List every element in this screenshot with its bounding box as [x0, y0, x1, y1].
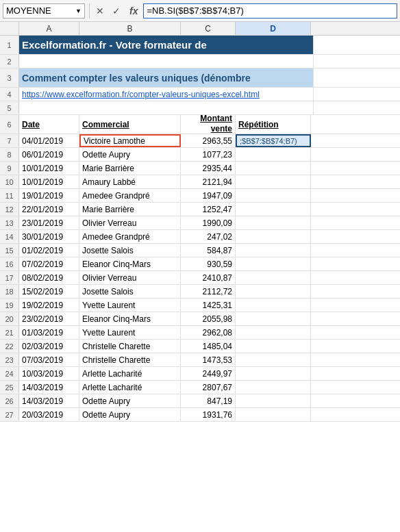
cell-date[interactable]: 10/01/2019 — [19, 175, 79, 188]
cell-repetition[interactable] — [236, 216, 311, 229]
cell-montant[interactable]: 2121,94 — [181, 175, 236, 188]
cell-date[interactable]: 07/02/2019 — [19, 257, 79, 270]
cell-date[interactable]: 19/02/2019 — [19, 299, 79, 312]
cell-repetition[interactable] — [236, 340, 311, 353]
cell-repetition[interactable] — [236, 203, 311, 216]
confirm-icon[interactable]: ✓ — [110, 4, 123, 18]
cell-commercial[interactable]: Marie Barrière — [79, 162, 181, 175]
cell-date[interactable]: 02/03/2019 — [19, 340, 79, 353]
cancel-icon[interactable]: ✕ — [94, 4, 106, 18]
cell-repetition-active[interactable]: ;$B$7:$B$74;B7) — [236, 134, 311, 147]
table-row: 1607/02/2019Eleanor Cinq-Mars930,59 — [0, 257, 400, 271]
col-header-c[interactable]: C — [181, 22, 236, 35]
cell[interactable]: Comment compter les valeurs uniques (dén… — [19, 68, 314, 87]
cell-date[interactable]: 08/02/2019 — [19, 271, 79, 284]
cell-repetition[interactable] — [236, 367, 311, 380]
cell-montant[interactable]: 584,87 — [181, 244, 236, 257]
fx-icon[interactable]: fx — [127, 5, 140, 16]
cell-date[interactable]: 22/01/2019 — [19, 203, 79, 216]
cell-commercial[interactable]: Amedee Grandpré — [79, 189, 181, 202]
cell-repetition[interactable] — [236, 189, 311, 202]
cell-montant[interactable]: 2410,87 — [181, 271, 236, 284]
col-header-d[interactable]: D — [236, 22, 311, 35]
cell-commercial[interactable]: Eleanor Cinq-Mars — [79, 257, 181, 270]
cell-commercial[interactable]: Odette Aupry — [79, 408, 181, 421]
name-box-arrow[interactable]: ▼ — [75, 8, 82, 14]
cell-date[interactable]: 10/01/2019 — [19, 162, 79, 175]
cell-date[interactable]: 01/03/2019 — [19, 326, 79, 339]
cell-date[interactable]: 14/03/2019 — [19, 381, 79, 394]
cell-montant[interactable]: 1990,09 — [181, 216, 236, 229]
cell-montant[interactable]: 2935,44 — [181, 162, 236, 175]
cell-date[interactable]: 04/01/2019 — [19, 134, 79, 147]
cell-date[interactable]: 10/03/2019 — [19, 367, 79, 380]
cell-commercial[interactable]: Odette Aupry — [79, 148, 181, 161]
cell-commercial[interactable]: Eleanor Cinq-Mars — [79, 312, 181, 325]
cell-commercial[interactable]: Christelle Charette — [79, 353, 181, 366]
header-date: Date — [19, 115, 79, 134]
cell-repetition[interactable] — [236, 408, 311, 421]
cell-commercial[interactable]: Olivier Verreau — [79, 216, 181, 229]
cell-repetition[interactable] — [236, 299, 311, 312]
cell-date[interactable]: 19/01/2019 — [19, 189, 79, 202]
cell-repetition[interactable] — [236, 148, 311, 161]
cell-montant[interactable]: 2112,72 — [181, 285, 236, 298]
cell-date[interactable]: 30/01/2019 — [19, 230, 79, 243]
cell-commercial[interactable]: Amedee Grandpré — [79, 230, 181, 243]
cell-date[interactable]: 23/02/2019 — [19, 312, 79, 325]
cell-repetition[interactable] — [236, 271, 311, 284]
row-number: 14 — [0, 230, 19, 243]
cell-montant[interactable]: 247,02 — [181, 230, 236, 243]
cell-montant[interactable]: 2055,98 — [181, 312, 236, 325]
cell-commercial[interactable]: Olivier Verreau — [79, 271, 181, 284]
cell-repetition[interactable] — [236, 353, 311, 366]
cell-commercial[interactable]: Josette Salois — [79, 285, 181, 298]
cell-repetition[interactable] — [236, 285, 311, 298]
cell-montant[interactable]: 2963,55 — [181, 134, 236, 147]
cell-repetition[interactable] — [236, 381, 311, 394]
cell-montant[interactable]: 1931,76 — [181, 408, 236, 421]
cell-commercial[interactable]: Odette Aupry — [79, 394, 181, 407]
name-box[interactable]: MOYENNE ▼ — [3, 3, 85, 18]
cell-repetition[interactable] — [236, 326, 311, 339]
cell-commercial[interactable]: Christelle Charette — [79, 340, 181, 353]
cell-date[interactable]: 14/03/2019 — [19, 394, 79, 407]
cell-montant[interactable]: 1473,53 — [181, 353, 236, 366]
cell-date[interactable]: 20/03/2019 — [19, 408, 79, 421]
cell-date[interactable]: 01/02/2019 — [19, 244, 79, 257]
col-header-a[interactable]: A — [19, 22, 79, 35]
cell-commercial[interactable]: Josette Salois — [79, 244, 181, 257]
cell-montant[interactable]: 2807,67 — [181, 381, 236, 394]
cell-commercial[interactable]: Yvette Laurent — [79, 299, 181, 312]
cell-repetition[interactable] — [236, 162, 311, 175]
cell[interactable]: https://www.excelformation.fr/compter-va… — [19, 88, 314, 101]
cell-date[interactable]: 07/03/2019 — [19, 353, 79, 366]
cell-montant[interactable]: 2449,97 — [181, 367, 236, 380]
cell-commercial[interactable]: Yvette Laurent — [79, 326, 181, 339]
cell-repetition[interactable] — [236, 230, 311, 243]
cell-repetition[interactable] — [236, 394, 311, 407]
cell-repetition[interactable] — [236, 175, 311, 188]
cell-montant[interactable]: 847,19 — [181, 394, 236, 407]
col-header-b[interactable]: B — [79, 22, 181, 35]
cell-montant[interactable]: 1077,23 — [181, 148, 236, 161]
cell-commercial[interactable]: Victoire Lamothe — [79, 134, 181, 147]
cell-repetition[interactable] — [236, 257, 311, 270]
cell-commercial[interactable]: Amaury Labbé — [79, 175, 181, 188]
cell-montant[interactable]: 1252,47 — [181, 203, 236, 216]
cell-montant[interactable]: 930,59 — [181, 257, 236, 270]
cell[interactable]: Excelformation.fr - Votre formateur de — [19, 36, 314, 54]
cell-montant[interactable]: 2962,08 — [181, 326, 236, 339]
cell-commercial[interactable]: Marie Barrière — [79, 203, 181, 216]
cell-montant[interactable]: 1425,31 — [181, 299, 236, 312]
cell-repetition[interactable] — [236, 244, 311, 257]
cell-commercial[interactable]: Arlette Lacharité — [79, 381, 181, 394]
cell-repetition[interactable] — [236, 312, 311, 325]
cell-montant[interactable]: 1947,09 — [181, 189, 236, 202]
cell-date[interactable]: 15/02/2019 — [19, 285, 79, 298]
cell-montant[interactable]: 1485,04 — [181, 340, 236, 353]
cell-date[interactable]: 06/01/2019 — [19, 148, 79, 161]
cell-commercial[interactable]: Arlette Lacharité — [79, 367, 181, 380]
cell-date[interactable]: 23/01/2019 — [19, 216, 79, 229]
formula-input[interactable] — [143, 3, 397, 18]
